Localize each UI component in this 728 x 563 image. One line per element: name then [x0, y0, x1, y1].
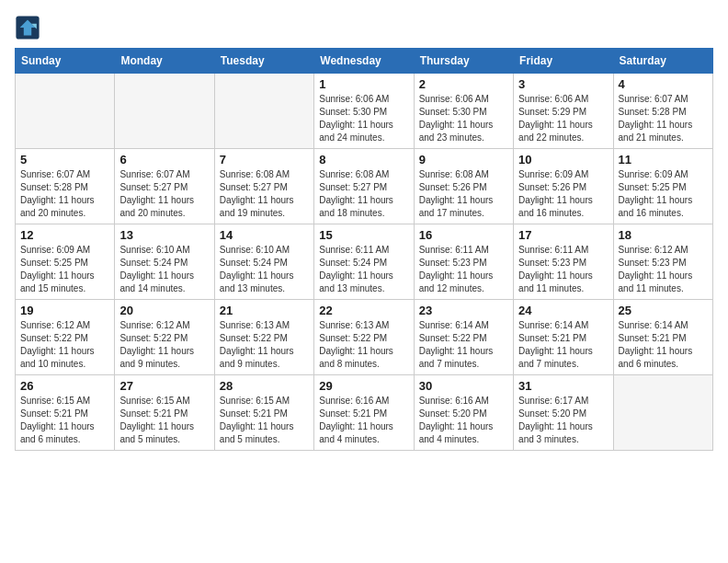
day-number: 30: [419, 379, 508, 393]
day-number: 10: [518, 153, 608, 167]
day-number: 20: [119, 304, 209, 317]
calendar-cell: 31Sunrise: 6:17 AM Sunset: 5:20 PM Dayli…: [514, 375, 613, 451]
day-number: 29: [319, 379, 408, 393]
day-number: 7: [220, 153, 309, 167]
weekday-header-tuesday: Tuesday: [214, 49, 313, 74]
calendar-cell: 2Sunrise: 6:06 AM Sunset: 5:30 PM Daylig…: [414, 74, 513, 149]
weekday-header-thursday: Thursday: [414, 49, 513, 74]
day-detail: Sunrise: 6:07 AM Sunset: 5:28 PM Dayligh…: [20, 168, 109, 220]
day-number: 6: [119, 153, 209, 167]
day-detail: Sunrise: 6:09 AM Sunset: 5:25 PM Dayligh…: [619, 168, 708, 220]
calendar-cell: 22Sunrise: 6:13 AM Sunset: 5:22 PM Dayli…: [314, 300, 414, 375]
day-detail: Sunrise: 6:15 AM Sunset: 5:21 PM Dayligh…: [220, 395, 309, 446]
calendar-cell: 6Sunrise: 6:07 AM Sunset: 5:27 PM Daylig…: [115, 149, 214, 224]
day-number: 4: [619, 77, 708, 91]
calendar-cell: 16Sunrise: 6:11 AM Sunset: 5:23 PM Dayli…: [414, 224, 513, 300]
logo: [15, 15, 44, 40]
day-detail: Sunrise: 6:06 AM Sunset: 5:30 PM Dayligh…: [419, 93, 508, 144]
calendar-week-row: 1Sunrise: 6:06 AM Sunset: 5:30 PM Daylig…: [16, 74, 713, 149]
day-detail: Sunrise: 6:16 AM Sunset: 5:21 PM Dayligh…: [319, 395, 408, 446]
calendar-week-row: 5Sunrise: 6:07 AM Sunset: 5:28 PM Daylig…: [16, 149, 713, 224]
weekday-header-row: SundayMondayTuesdayWednesdayThursdayFrid…: [16, 49, 713, 74]
calendar-cell: [115, 74, 214, 149]
day-detail: Sunrise: 6:12 AM Sunset: 5:23 PM Dayligh…: [619, 244, 708, 295]
day-number: 28: [220, 379, 309, 393]
calendar-cell: 4Sunrise: 6:07 AM Sunset: 5:28 PM Daylig…: [613, 74, 712, 149]
day-detail: Sunrise: 6:14 AM Sunset: 5:21 PM Dayligh…: [619, 319, 708, 371]
day-detail: Sunrise: 6:08 AM Sunset: 5:27 PM Dayligh…: [319, 168, 408, 220]
calendar-cell: 19Sunrise: 6:12 AM Sunset: 5:22 PM Dayli…: [16, 300, 115, 375]
calendar-table: SundayMondayTuesdayWednesdayThursdayFrid…: [15, 48, 713, 451]
day-number: 22: [319, 304, 408, 317]
day-number: 1: [319, 77, 408, 91]
day-detail: Sunrise: 6:07 AM Sunset: 5:27 PM Dayligh…: [119, 168, 209, 220]
calendar-cell: 24Sunrise: 6:14 AM Sunset: 5:21 PM Dayli…: [514, 300, 613, 375]
calendar-cell: [613, 375, 712, 451]
day-number: 2: [419, 77, 508, 91]
logo-icon: [15, 15, 40, 40]
day-number: 15: [319, 228, 408, 242]
day-detail: Sunrise: 6:06 AM Sunset: 5:29 PM Dayligh…: [518, 93, 608, 144]
calendar-cell: 23Sunrise: 6:14 AM Sunset: 5:22 PM Dayli…: [414, 300, 513, 375]
day-detail: Sunrise: 6:15 AM Sunset: 5:21 PM Dayligh…: [119, 395, 209, 446]
day-number: 26: [20, 379, 109, 393]
day-detail: Sunrise: 6:11 AM Sunset: 5:24 PM Dayligh…: [319, 244, 408, 295]
day-number: 16: [419, 228, 508, 242]
calendar-cell: 29Sunrise: 6:16 AM Sunset: 5:21 PM Dayli…: [314, 375, 414, 451]
day-detail: Sunrise: 6:08 AM Sunset: 5:27 PM Dayligh…: [220, 168, 309, 220]
calendar-cell: 25Sunrise: 6:14 AM Sunset: 5:21 PM Dayli…: [613, 300, 712, 375]
calendar-cell: [16, 74, 115, 149]
day-detail: Sunrise: 6:14 AM Sunset: 5:21 PM Dayligh…: [518, 319, 608, 371]
day-number: 17: [518, 228, 608, 242]
calendar-cell: 3Sunrise: 6:06 AM Sunset: 5:29 PM Daylig…: [514, 74, 613, 149]
calendar-cell: 17Sunrise: 6:11 AM Sunset: 5:23 PM Dayli…: [514, 224, 613, 300]
calendar-cell: 5Sunrise: 6:07 AM Sunset: 5:28 PM Daylig…: [16, 149, 115, 224]
calendar-cell: 27Sunrise: 6:15 AM Sunset: 5:21 PM Dayli…: [115, 375, 214, 451]
day-number: 5: [20, 153, 109, 167]
calendar-cell: 21Sunrise: 6:13 AM Sunset: 5:22 PM Dayli…: [214, 300, 313, 375]
day-number: 31: [518, 379, 608, 393]
day-number: 25: [619, 304, 708, 317]
day-number: 21: [220, 304, 309, 317]
weekday-header-sunday: Sunday: [16, 49, 115, 74]
day-number: 3: [518, 77, 608, 91]
weekday-header-wednesday: Wednesday: [314, 49, 414, 74]
day-detail: Sunrise: 6:11 AM Sunset: 5:23 PM Dayligh…: [419, 244, 508, 295]
day-number: 24: [518, 304, 608, 317]
day-detail: Sunrise: 6:11 AM Sunset: 5:23 PM Dayligh…: [518, 244, 608, 295]
calendar-week-row: 12Sunrise: 6:09 AM Sunset: 5:25 PM Dayli…: [16, 224, 713, 300]
day-detail: Sunrise: 6:14 AM Sunset: 5:22 PM Dayligh…: [419, 319, 508, 371]
calendar-cell: 15Sunrise: 6:11 AM Sunset: 5:24 PM Dayli…: [314, 224, 414, 300]
calendar-cell: 14Sunrise: 6:10 AM Sunset: 5:24 PM Dayli…: [214, 224, 313, 300]
calendar-cell: 13Sunrise: 6:10 AM Sunset: 5:24 PM Dayli…: [115, 224, 214, 300]
calendar-cell: 30Sunrise: 6:16 AM Sunset: 5:20 PM Dayli…: [414, 375, 513, 451]
day-number: 8: [319, 153, 408, 167]
day-number: 11: [619, 153, 708, 167]
day-detail: Sunrise: 6:08 AM Sunset: 5:26 PM Dayligh…: [419, 168, 508, 220]
calendar-cell: 7Sunrise: 6:08 AM Sunset: 5:27 PM Daylig…: [214, 149, 313, 224]
calendar-cell: 8Sunrise: 6:08 AM Sunset: 5:27 PM Daylig…: [314, 149, 414, 224]
day-number: 23: [419, 304, 508, 317]
day-detail: Sunrise: 6:06 AM Sunset: 5:30 PM Dayligh…: [319, 93, 408, 144]
day-number: 18: [619, 228, 708, 242]
page-header: [15, 15, 713, 40]
day-detail: Sunrise: 6:12 AM Sunset: 5:22 PM Dayligh…: [119, 319, 209, 371]
calendar-cell: 20Sunrise: 6:12 AM Sunset: 5:22 PM Dayli…: [115, 300, 214, 375]
calendar-cell: 28Sunrise: 6:15 AM Sunset: 5:21 PM Dayli…: [214, 375, 313, 451]
weekday-header-monday: Monday: [115, 49, 214, 74]
day-number: 19: [20, 304, 109, 317]
weekday-header-saturday: Saturday: [613, 49, 712, 74]
day-number: 12: [20, 228, 109, 242]
day-detail: Sunrise: 6:07 AM Sunset: 5:28 PM Dayligh…: [619, 93, 708, 144]
calendar-week-row: 26Sunrise: 6:15 AM Sunset: 5:21 PM Dayli…: [16, 375, 713, 451]
day-detail: Sunrise: 6:12 AM Sunset: 5:22 PM Dayligh…: [20, 319, 109, 371]
calendar-cell: 12Sunrise: 6:09 AM Sunset: 5:25 PM Dayli…: [16, 224, 115, 300]
day-detail: Sunrise: 6:15 AM Sunset: 5:21 PM Dayligh…: [20, 395, 109, 446]
day-detail: Sunrise: 6:10 AM Sunset: 5:24 PM Dayligh…: [220, 244, 309, 295]
day-detail: Sunrise: 6:17 AM Sunset: 5:20 PM Dayligh…: [518, 395, 608, 446]
calendar-week-row: 19Sunrise: 6:12 AM Sunset: 5:22 PM Dayli…: [16, 300, 713, 375]
day-number: 13: [119, 228, 209, 242]
day-detail: Sunrise: 6:16 AM Sunset: 5:20 PM Dayligh…: [419, 395, 508, 446]
calendar-cell: 26Sunrise: 6:15 AM Sunset: 5:21 PM Dayli…: [16, 375, 115, 451]
day-detail: Sunrise: 6:13 AM Sunset: 5:22 PM Dayligh…: [319, 319, 408, 371]
